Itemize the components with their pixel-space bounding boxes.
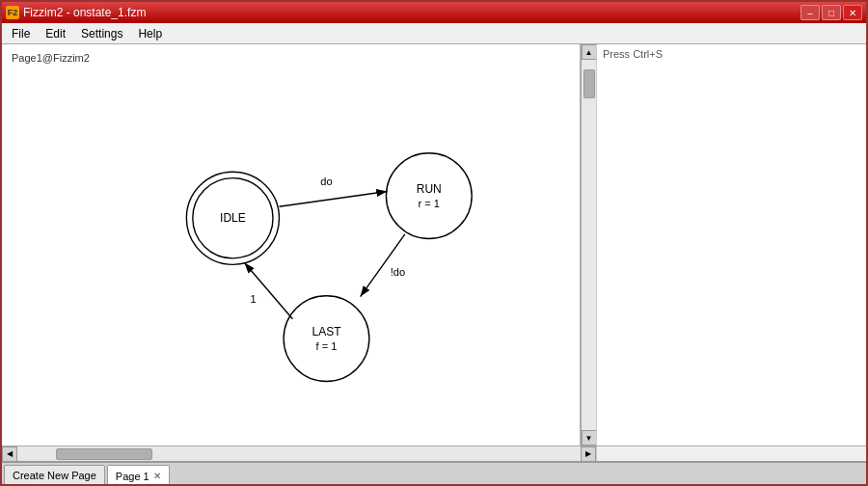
right-panel: Press Ctrl+S	[596, 44, 866, 446]
main-layout: Page1@Fizzim2 IDLE RUN r = 1 LAST f = 1	[2, 44, 866, 486]
tabs-area: Create New Page Page 1 ✕	[2, 461, 866, 486]
svg-text:LAST: LAST	[312, 325, 341, 338]
scrollbar-thumb[interactable]	[583, 69, 595, 98]
scroll-down-button[interactable]: ▼	[582, 430, 597, 446]
menu-help[interactable]: Help	[130, 25, 170, 42]
svg-line-14	[244, 262, 292, 318]
menu-bar: File Edit Settings Help	[2, 23, 866, 44]
content-area: Page1@Fizzim2 IDLE RUN r = 1 LAST f = 1	[2, 44, 866, 446]
minimize-button[interactable]: –	[800, 5, 820, 20]
svg-text:do: do	[320, 176, 332, 187]
scrollbar-track[interactable]	[583, 60, 596, 430]
svg-text:1: 1	[251, 293, 257, 305]
h-scrollbar-track[interactable]	[17, 447, 581, 461]
svg-text:f = 1: f = 1	[316, 340, 338, 352]
tab-close-button[interactable]: ✕	[153, 471, 161, 481]
svg-text:r = 1: r = 1	[419, 198, 440, 209]
svg-text:IDLE: IDLE	[220, 211, 246, 225]
h-scrollbar-thumb[interactable]	[56, 448, 152, 460]
scroll-right-button[interactable]: ▶	[581, 446, 596, 462]
menu-file[interactable]: File	[4, 25, 38, 42]
menu-edit[interactable]: Edit	[38, 25, 73, 42]
svg-line-12	[361, 234, 405, 297]
menu-settings[interactable]: Settings	[73, 25, 130, 42]
close-button[interactable]: ✕	[843, 5, 862, 20]
svg-line-10	[279, 192, 387, 207]
title-bar: F2 Fizzim2 - onstate_1.fzm – □ ✕	[2, 2, 866, 23]
window-controls: – □ ✕	[800, 5, 862, 20]
page-tab-1[interactable]: Page 1 ✕	[107, 465, 170, 486]
window-title: Fizzim2 - onstate_1.fzm	[23, 6, 146, 19]
scroll-up-button[interactable]: ▲	[582, 44, 597, 60]
scroll-left-button[interactable]: ◀	[2, 446, 17, 462]
right-panel-scrollbar-spacer	[596, 446, 866, 461]
canvas-scrollbar[interactable]: ▲ ▼	[581, 44, 596, 446]
svg-text:!do: !do	[391, 266, 405, 278]
svg-text:RUN: RUN	[417, 182, 442, 196]
h-scrollbar-container[interactable]: ◀ ▶	[2, 446, 596, 461]
right-panel-hint: Press Ctrl+S	[603, 48, 663, 60]
canvas-area[interactable]: Page1@Fizzim2 IDLE RUN r = 1 LAST f = 1	[2, 44, 581, 446]
create-new-page-button[interactable]: Create New Page	[4, 465, 105, 486]
maximize-button[interactable]: □	[822, 5, 841, 20]
app-icon: F2	[6, 6, 19, 19]
diagram-svg: IDLE RUN r = 1 LAST f = 1	[2, 44, 580, 446]
bottom-scrollbar-row: ◀ ▶	[2, 446, 866, 461]
